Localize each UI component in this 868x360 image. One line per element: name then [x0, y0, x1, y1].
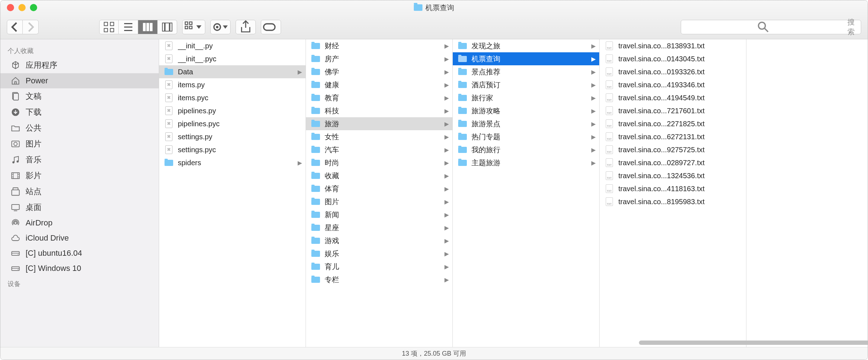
- arrange-button[interactable]: [182, 20, 205, 34]
- list-item[interactable]: travel.sina.co...6272131.txt: [600, 130, 746, 143]
- list-item[interactable]: travel.sina.co...2271825.txt: [600, 117, 746, 130]
- list-item[interactable]: 汽车▶: [306, 143, 452, 156]
- list-item[interactable]: spiders▶: [159, 156, 306, 169]
- list-item[interactable]: __init__.pyc: [159, 52, 306, 65]
- sidebar-item[interactable]: 文稿: [0, 88, 159, 104]
- forward-button[interactable]: [23, 20, 39, 34]
- sidebar-item[interactable]: 桌面: [0, 199, 159, 215]
- list-item[interactable]: travel.sina.co...0289727.txt: [600, 156, 746, 169]
- item-label: 我的旅行: [472, 145, 591, 155]
- list-item[interactable]: 佛学▶: [306, 65, 452, 78]
- sidebar-item[interactable]: 站点: [0, 184, 159, 199]
- list-item[interactable]: travel.sina.co...7217601.txt: [600, 104, 746, 117]
- list-item[interactable]: 图片▶: [306, 195, 452, 208]
- list-item[interactable]: items.py: [159, 78, 306, 91]
- folder-icon: [311, 41, 320, 51]
- sidebar-item[interactable]: 音乐: [0, 152, 159, 168]
- list-item[interactable]: 热门专题▶: [453, 130, 599, 143]
- back-button[interactable]: [7, 20, 23, 34]
- svg-point-20: [758, 22, 765, 29]
- close-button[interactable]: [7, 4, 14, 11]
- list-item[interactable]: 房产▶: [306, 52, 452, 65]
- list-item[interactable]: 游戏▶: [306, 234, 452, 247]
- share-button[interactable]: [236, 20, 256, 34]
- list-item[interactable]: travel.sina.co...8195983.txt: [600, 195, 746, 208]
- sidebar-item[interactable]: 应用程序: [0, 57, 159, 73]
- sidebar-item-label: 下载: [26, 107, 41, 118]
- list-item[interactable]: travel.sina.co...9275725.txt: [600, 143, 746, 156]
- list-item[interactable]: 时尚▶: [306, 156, 452, 169]
- list-item[interactable]: 景点推荐▶: [453, 65, 599, 78]
- action-button[interactable]: [210, 20, 231, 34]
- column-browser: __init__.py__init__.pycData▶items.pyitem…: [159, 39, 868, 347]
- sidebar-item-label: AirDrop: [26, 218, 53, 228]
- sidebar-item[interactable]: [C] ubuntu16.04: [0, 246, 159, 261]
- list-item[interactable]: travel.sina.co...0193326.txt: [600, 65, 746, 78]
- gallery-view-button[interactable]: [158, 20, 177, 34]
- list-item[interactable]: items.pyc: [159, 91, 306, 104]
- column-view-button[interactable]: [138, 20, 158, 34]
- sidebar-item[interactable]: 图片: [0, 136, 159, 152]
- list-item[interactable]: 女性▶: [306, 130, 452, 143]
- chevron-right-icon: ▶: [591, 69, 596, 75]
- sidebar-item[interactable]: 公共: [0, 120, 159, 136]
- sidebar-item[interactable]: 下载: [0, 104, 159, 120]
- list-item[interactable]: 旅行家▶: [453, 91, 599, 104]
- folder-icon: [311, 171, 320, 180]
- list-item[interactable]: 收藏▶: [306, 169, 452, 182]
- sidebar-item[interactable]: Power: [0, 73, 159, 88]
- list-item[interactable]: 旅游攻略▶: [453, 104, 599, 117]
- list-item[interactable]: travel.sina.co...1324536.txt: [600, 169, 746, 182]
- list-item[interactable]: 体育▶: [306, 182, 452, 195]
- list-item[interactable]: 新闻▶: [306, 208, 452, 221]
- list-item[interactable]: travel.sina.co...4193346.txt: [600, 78, 746, 91]
- item-label: travel.sina.co...7217601.txt: [618, 107, 742, 115]
- list-item[interactable]: travel.sina.co...4194549.txt: [600, 91, 746, 104]
- search-field[interactable]: 搜索: [681, 20, 861, 34]
- column: 发现之旅▶机票查询▶景点推荐▶酒店预订▶旅行家▶旅游攻略▶旅游景点▶热门专题▶我…: [453, 39, 600, 347]
- list-item[interactable]: 财经▶: [306, 39, 452, 52]
- item-label: travel.sina.co...1324536.txt: [618, 172, 742, 180]
- content-area: 个人收藏应用程序Power文稿下载公共图片音乐影片站点桌面AirDropiClo…: [0, 39, 868, 347]
- list-item[interactable]: 我的旅行▶: [453, 143, 599, 156]
- list-item[interactable]: 健康▶: [306, 78, 452, 91]
- list-item[interactable]: 娱乐▶: [306, 247, 452, 260]
- column: 财经▶房产▶佛学▶健康▶教育▶科技▶旅游▶女性▶汽车▶时尚▶收藏▶体育▶图片▶新…: [306, 39, 453, 347]
- minimize-button[interactable]: [18, 4, 26, 11]
- tags-button[interactable]: [261, 20, 281, 34]
- list-item[interactable]: travel.sina.co...8138931.txt: [600, 39, 746, 52]
- sidebar-item[interactable]: iCloud Drive: [0, 231, 159, 246]
- list-item[interactable]: travel.sina.co...4118163.txt: [600, 182, 746, 195]
- icon-view-button[interactable]: [99, 20, 119, 34]
- item-label: 酒店预订: [472, 80, 591, 90]
- list-item[interactable]: pipelines.pyc: [159, 117, 306, 130]
- zoom-button[interactable]: [30, 4, 37, 11]
- list-item[interactable]: __init__.py: [159, 39, 306, 52]
- list-item[interactable]: travel.sina.co...0143045.txt: [600, 52, 746, 65]
- list-item[interactable]: 旅游景点▶: [453, 117, 599, 130]
- list-item[interactable]: 育儿▶: [306, 260, 452, 273]
- list-item[interactable]: 星座▶: [306, 221, 452, 234]
- list-item[interactable]: settings.pyc: [159, 143, 306, 156]
- list-item[interactable]: 主题旅游▶: [453, 156, 599, 169]
- list-item[interactable]: 旅游▶: [306, 117, 452, 130]
- search-icon: [681, 20, 845, 34]
- list-item[interactable]: 发现之旅▶: [453, 39, 599, 52]
- list-item[interactable]: settings.py: [159, 130, 306, 143]
- folder-icon: [311, 158, 320, 167]
- list-item[interactable]: 酒店预订▶: [453, 78, 599, 91]
- list-item[interactable]: 科技▶: [306, 104, 452, 117]
- horizontal-scrollbar[interactable]: [639, 341, 868, 345]
- sidebar-item-label: 站点: [26, 186, 41, 197]
- svg-rect-3: [110, 28, 114, 32]
- list-item[interactable]: Data▶: [159, 65, 306, 78]
- sidebar-item[interactable]: 影片: [0, 168, 159, 184]
- list-item[interactable]: pipelines.py: [159, 104, 306, 117]
- list-item[interactable]: 教育▶: [306, 91, 452, 104]
- list-item[interactable]: 机票查询▶: [453, 52, 599, 65]
- sidebar-item[interactable]: AirDrop: [0, 215, 159, 231]
- sidebar-item[interactable]: [C] Windows 10: [0, 261, 159, 276]
- chevron-right-icon: ▶: [444, 82, 449, 88]
- list-item[interactable]: 专栏▶: [306, 273, 452, 286]
- list-view-button[interactable]: [119, 20, 138, 34]
